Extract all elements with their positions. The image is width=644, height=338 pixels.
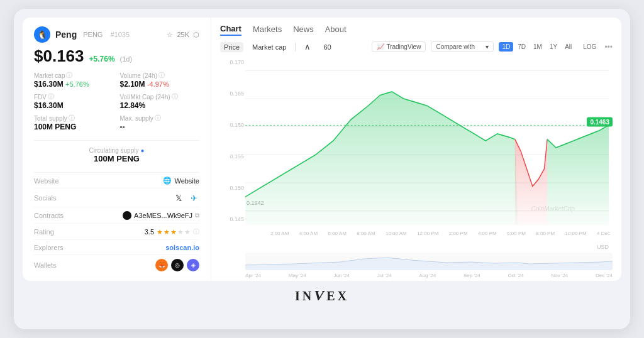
socials-value: 𝕏 ✈ [173,192,199,204]
wallet-icon-1[interactable]: 🦊 [155,259,168,271]
market-cap-label: Market cap ⓘ [34,71,114,80]
x-label-2: 6:00 AM [328,231,346,236]
footer-logo-highlight: V [314,287,326,303]
contracts-label: Contracts [34,212,64,219]
chart-fill-green-2 [547,125,609,225]
twitter-icon[interactable]: 𝕏 [173,192,184,204]
compare-btn[interactable]: Compare with ▾ [431,41,494,52]
bottom-label-5: Sep '24 [464,273,480,278]
price-row: $0.163 +5.76% (1d) [34,46,199,66]
bottom-x-axis: Apr '24 May '24 Jun '24 Jul '24 Aug '24 … [220,271,613,281]
time-7d[interactable]: 7D [514,42,529,52]
more-icon[interactable]: ••• [604,43,613,52]
tab-markets[interactable]: Markets [253,25,282,35]
bottom-label-7: Nov '24 [551,273,568,278]
y-axis: 0.170 0.165 0.160 0.155 0.150 0.145 [220,57,244,225]
rating-stars: ★ ★ ★ ★ ★ [157,228,191,236]
tab-news[interactable]: News [293,25,314,35]
left-panel: 🐧 Peng PENG #1035 ☆ 25K ⬡ $0.163 +5.76% … [23,18,211,281]
volume-label: Volume (24h) ⓘ [120,71,200,80]
y-label-4: 0.155 [220,153,244,160]
star-1: ★ [157,228,163,236]
x-label-10: 10:00 PM [565,231,586,236]
chart-fill-green [245,92,518,225]
x-label-7: 4:00 PM [478,231,497,236]
x-label-1: 4:00 AM [299,231,318,236]
website-label: Website [34,177,59,185]
x-label-11: 4 Dec [597,231,610,236]
price-period: (1d) [120,55,133,63]
max-supply-label: Max. supply ⓘ [120,114,200,123]
vol-mkt-cap-label: Vol/Mkt Cap (24h) ⓘ [120,92,200,101]
socials-row: Socials 𝕏 ✈ [34,192,199,207]
tradingview-btn[interactable]: 📈 TradingView [372,41,426,52]
indicator-btn[interactable]: 60 [319,42,335,52]
x-label-8: 6:00 PM [507,231,526,236]
rating-row: Rating 3.5 ★ ★ ★ ★ ★ ⓘ [34,227,199,240]
vol-mkt-cap-value: 12.84% [120,101,200,110]
token-symbol: PENG [83,31,103,38]
contracts-value[interactable]: A3eMES...Wk9eFJ ⧉ [123,211,199,220]
y-label-1: 0.170 [220,59,244,65]
current-price-area: 0.1463 [587,117,613,127]
rating-info-icon: ⓘ [193,227,199,236]
wallets-label: Wallets [34,261,57,269]
chart-tabs: Chart Markets News About [220,24,613,36]
bottom-label-6: Oct '24 [508,273,524,278]
max-supply-item: Max. supply ⓘ -- [120,114,200,131]
contracts-row: Contracts A3eMES...Wk9eFJ ⧉ [34,211,199,224]
bottom-label-2: Jun '24 [333,273,350,278]
website-value[interactable]: 🌐 Website [163,177,199,185]
circ-supply-value: 100M PENG [94,154,140,163]
token-actions[interactable]: ☆ 25K ⬡ [167,31,199,39]
footer: INVEX [23,281,621,307]
price-change: +5.76% [89,55,115,63]
x-label-9: 8:00 PM [536,231,555,236]
market-cap-btn[interactable]: Market cap [248,42,290,52]
time-1y[interactable]: 1Y [547,42,560,52]
explorers-row: Explorers solscan.io [34,244,199,255]
market-cap-value: $16.30M +5.76% [34,80,114,89]
globe-icon: 🌐 [163,177,172,185]
chart-controls: Price Market cap ∧ 60 📈 TradingView Comp… [220,41,613,53]
x-axis-labels: 2:00 AM 4:00 AM 6:00 AM 8:00 AM 10:00 AM… [245,229,613,236]
price-chart-svg [245,57,609,225]
star-4: ★ [177,228,184,236]
wallet-icon-3[interactable]: ◈ [187,259,199,271]
y-label-2: 0.165 [220,90,244,97]
wallets-row: Wallets 🦊 ◎ ◈ [34,259,199,275]
x-label-4: 10:00 AM [386,231,407,236]
share-icon[interactable]: ⬡ [193,31,199,39]
circulating-supply-row: Circulating supply ● 100M PENG [34,147,199,163]
telegram-icon[interactable]: ✈ [188,192,199,204]
current-price-tag: 0.1463 [587,117,613,127]
volume-item: Volume (24h) ⓘ $2.10M -4.97% [120,71,200,89]
star-icon[interactable]: ☆ [167,31,173,39]
price-main: $0.163 [34,46,84,66]
max-supply-value: -- [120,123,200,131]
tab-chart[interactable]: Chart [220,24,242,36]
time-1d[interactable]: 1D [499,42,513,52]
copy-icon[interactable]: ⧉ [195,212,199,219]
bottom-label-1: May '24 [289,273,306,278]
log-btn[interactable]: LOG [580,42,599,52]
explorers-value[interactable]: solscan.io [165,244,199,251]
chart-area: 0.170 0.165 0.160 0.155 0.150 0.145 0.14… [220,57,613,244]
fdv-label: FDV ⓘ [34,92,114,101]
x-label-6: 2:00 PM [449,231,468,236]
tab-about[interactable]: About [325,25,347,35]
y-label-6: 0.145 [220,216,244,222]
total-supply-label: Total supply ⓘ [34,114,114,123]
bottom-label-8: Dec '24 [596,273,613,278]
x-label-5: 12:00 PM [417,231,438,236]
wallet-icon-2[interactable]: ◎ [171,259,184,271]
star-5: ★ [184,228,191,236]
time-1m[interactable]: 1M [530,42,545,52]
volume-area [245,253,613,270]
token-header: 🐧 Peng PENG #1035 ☆ 25K ⬡ [34,26,199,43]
y-label-3: 0.160 [220,122,244,128]
price-btn[interactable]: Price [220,42,243,52]
draw-icon[interactable]: ∧ [301,41,314,53]
token-icon: 🐧 [34,26,50,43]
time-all[interactable]: All [562,42,575,52]
